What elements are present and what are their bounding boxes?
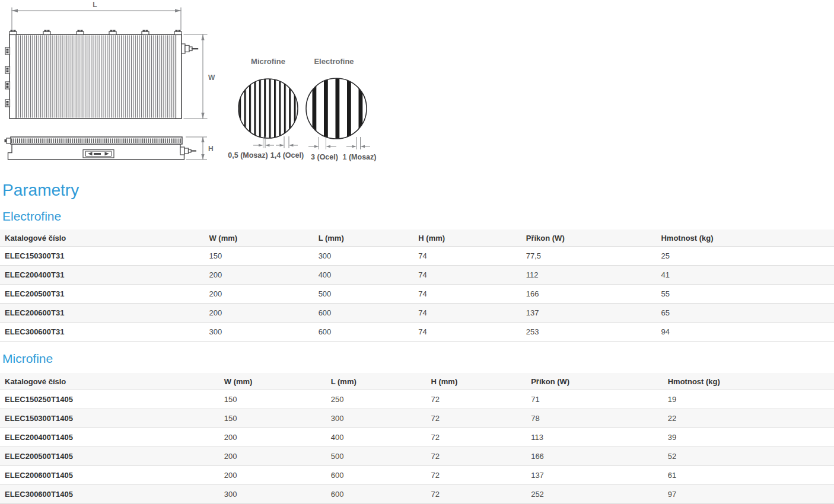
table-row: ELEC150300T311503007477,525 — [0, 247, 834, 266]
value-cell: 150 — [219, 409, 326, 428]
section-title-electrofine: Electrofine — [2, 209, 834, 224]
value-cell: 112 — [521, 266, 657, 285]
table-row: ELEC300600T313006007425394 — [0, 323, 834, 342]
value-cell: 200 — [219, 428, 326, 447]
value-cell: 252 — [526, 485, 663, 504]
microfine-steel-pitch-label: 1,4 (Ocel) — [270, 151, 304, 160]
column-header: H (mm) — [426, 373, 526, 390]
catalog-number-cell: ELEC150250T1405 — [0, 390, 219, 409]
section-title-microfine: Microfine — [2, 352, 834, 366]
catalog-number-cell: ELEC200400T31 — [0, 266, 204, 285]
value-cell: 61 — [663, 466, 834, 485]
value-cell: 71 — [526, 390, 663, 409]
catalog-number-cell: ELEC200500T1405 — [0, 447, 219, 466]
magnetic-chuck-diagram: L — [0, 0, 391, 175]
value-cell: 200 — [204, 304, 313, 323]
table-row: ELEC200500T14052005007216652 — [0, 447, 834, 466]
table-header-row: Katalogové čísloW (mm)L (mm)H (mm)Příkon… — [0, 373, 834, 390]
column-header: Příkon (W) — [526, 373, 663, 390]
top-view-drawing: L — [5, 1, 215, 119]
column-header: W (mm) — [219, 373, 326, 390]
table-row: ELEC150300T1405150300727822 — [0, 409, 834, 428]
column-header: Katalogové číslo — [0, 229, 204, 247]
cable-connector-top-view — [182, 44, 198, 53]
value-cell: 94 — [656, 323, 834, 342]
column-header: Hmotnost (kg) — [663, 373, 834, 390]
catalog-number-cell: ELEC200400T1405 — [0, 428, 219, 447]
column-header: L (mm) — [314, 229, 414, 247]
value-cell: 78 — [526, 409, 663, 428]
value-cell: 200 — [219, 447, 326, 466]
value-cell: 400 — [326, 428, 426, 447]
table-row: ELEC200400T312004007411241 — [0, 266, 834, 285]
value-cell: 19 — [663, 390, 834, 409]
value-cell: 500 — [314, 285, 414, 304]
dimension-label-w: W — [208, 74, 215, 82]
value-cell: 74 — [413, 247, 521, 266]
value-cell: 97 — [663, 485, 834, 504]
column-header: Příkon (W) — [521, 229, 657, 247]
value-cell: 72 — [426, 485, 526, 504]
column-header: Katalogové číslo — [0, 373, 219, 390]
catalog-number-cell: ELEC150300T31 — [0, 247, 204, 266]
value-cell: 39 — [663, 428, 834, 447]
value-cell: 77,5 — [521, 247, 657, 266]
value-cell: 113 — [526, 428, 663, 447]
table-row: ELEC200600T14052006007213761 — [0, 466, 834, 485]
column-header: W (mm) — [204, 229, 313, 247]
value-cell: 200 — [219, 466, 326, 485]
value-cell: 166 — [521, 285, 657, 304]
value-cell: 72 — [426, 409, 526, 428]
value-cell: 600 — [326, 485, 426, 504]
nameplate — [83, 150, 114, 158]
value-cell: 200 — [204, 266, 313, 285]
table-header-row: Katalogové čísloW (mm)L (mm)H (mm)Příkon… — [0, 229, 834, 247]
value-cell: 22 — [663, 409, 834, 428]
value-cell: 600 — [314, 304, 414, 323]
value-cell: 41 — [656, 266, 834, 285]
catalog-number-cell: ELEC300600T1405 — [0, 485, 219, 504]
value-cell: 300 — [314, 247, 414, 266]
catalog-number-cell: ELEC150300T1405 — [0, 409, 219, 428]
electrofine-steel-pitch-label: 3 (Ocel) — [311, 153, 338, 161]
page-title: Parametry — [2, 181, 834, 200]
electrofine-detail-title: Electrofine — [314, 57, 354, 66]
catalog-number-cell: ELEC200500T31 — [0, 285, 204, 304]
value-cell: 72 — [426, 447, 526, 466]
electrofine-params-table: Katalogové čísloW (mm)L (mm)H (mm)Příkon… — [0, 229, 834, 342]
value-cell: 74 — [413, 266, 521, 285]
table-row: ELEC200600T312006007413765 — [0, 304, 834, 323]
microfine-params-table: Katalogové čísloW (mm)L (mm)H (mm)Příkon… — [0, 373, 834, 504]
value-cell: 150 — [204, 247, 313, 266]
table-row: ELEC200500T312005007416655 — [0, 285, 834, 304]
value-cell: 253 — [521, 323, 657, 342]
technical-drawing: L — [0, 0, 391, 175]
microfine-brass-pitch-label: 0,5 (Mosaz) — [228, 151, 268, 160]
catalog-number-cell: ELEC300600T31 — [0, 323, 204, 342]
column-header: Hmotnost (kg) — [656, 229, 834, 247]
dimension-label-l: L — [93, 1, 97, 9]
catalog-number-cell: ELEC200600T31 — [0, 304, 204, 323]
column-header: H (mm) — [413, 229, 521, 247]
value-cell: 600 — [314, 323, 414, 342]
value-cell: 25 — [656, 247, 834, 266]
value-cell: 300 — [204, 323, 313, 342]
value-cell: 137 — [521, 304, 657, 323]
value-cell: 72 — [426, 428, 526, 447]
table-row: ELEC200400T14052004007211339 — [0, 428, 834, 447]
value-cell: 65 — [656, 304, 834, 323]
value-cell: 74 — [413, 323, 521, 342]
catalog-number-cell: ELEC200600T1405 — [0, 466, 219, 485]
value-cell: 55 — [656, 285, 834, 304]
value-cell: 52 — [663, 447, 834, 466]
value-cell: 72 — [426, 466, 526, 485]
value-cell: 74 — [413, 304, 521, 323]
table-row: ELEC300600T14053006007225297 — [0, 485, 834, 504]
value-cell: 166 — [526, 447, 663, 466]
value-cell: 300 — [326, 409, 426, 428]
microfine-detail-title: Microfine — [251, 57, 285, 66]
pole-detail-microfine: Microfine 0,5 (Mosaz) 1,4 (Ocel) — [228, 57, 304, 160]
value-cell: 150 — [219, 390, 326, 409]
value-cell: 74 — [413, 285, 521, 304]
cable-connector-side-view — [180, 147, 196, 155]
